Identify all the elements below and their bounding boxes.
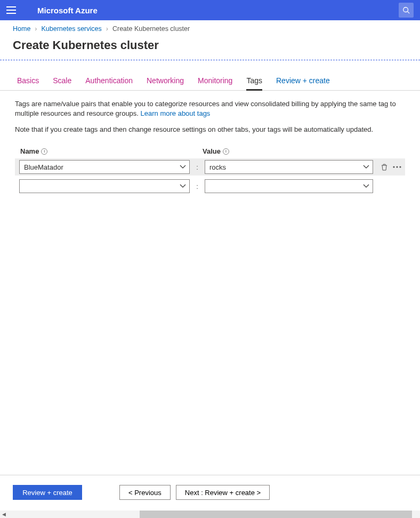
- brand-label: Microsoft Azure: [37, 6, 98, 15]
- info-icon[interactable]: i: [41, 148, 47, 155]
- table-row: BlueMatador : rocks: [15, 158, 405, 176]
- scroll-track[interactable]: [7, 511, 420, 518]
- tags-description: Tags are name/value pairs that enable yo…: [0, 91, 420, 119]
- delete-button[interactable]: [379, 162, 389, 172]
- menu-icon[interactable]: [6, 6, 16, 14]
- more-button[interactable]: [392, 162, 402, 172]
- horizontal-scrollbar[interactable]: ◀: [0, 511, 420, 518]
- tag-name-value: BlueMatador: [24, 163, 63, 171]
- tags-header-row: Name i Value i: [15, 147, 405, 155]
- chevron-right-icon: ›: [106, 25, 108, 33]
- topbar: Microsoft Azure: [0, 0, 420, 20]
- colon: :: [195, 163, 199, 171]
- review-create-button[interactable]: Review + create: [13, 485, 82, 500]
- breadcrumb-service[interactable]: Kubernetes services: [42, 25, 102, 33]
- breadcrumb: Home › Kubernetes services › Create Kube…: [0, 20, 420, 37]
- table-row: :: [15, 178, 405, 195]
- tabs: Basics Scale Authentication Networking M…: [0, 60, 420, 91]
- learn-more-link[interactable]: Learn more about tags: [141, 109, 211, 117]
- tag-value-text: rocks: [209, 163, 226, 171]
- tab-basics[interactable]: Basics: [17, 76, 39, 90]
- search-button[interactable]: [399, 3, 414, 18]
- chevron-right-icon: ›: [35, 25, 37, 33]
- svg-point-2: [393, 166, 394, 168]
- search-icon: [402, 6, 410, 14]
- breadcrumb-home[interactable]: Home: [13, 25, 30, 33]
- tag-value-input[interactable]: rocks: [205, 160, 373, 174]
- svg-line-1: [408, 12, 410, 14]
- trash-icon: [381, 163, 388, 171]
- tab-tags[interactable]: Tags: [246, 76, 262, 91]
- name-header: Name i: [15, 147, 191, 155]
- nav-buttons: < Previous Next : Review + create >: [119, 485, 270, 500]
- tag-name-input[interactable]: [19, 179, 190, 193]
- breadcrumb-current: Create Kubernetes cluster: [112, 25, 190, 33]
- tab-networking[interactable]: Networking: [147, 76, 184, 90]
- name-header-label: Name: [20, 147, 39, 155]
- tab-monitoring[interactable]: Monitoring: [198, 76, 232, 90]
- svg-point-4: [399, 166, 401, 168]
- value-header-label: Value: [203, 147, 221, 155]
- value-header: Value i: [191, 147, 229, 155]
- more-icon: [393, 166, 401, 168]
- tab-review-create[interactable]: Review + create: [276, 76, 330, 90]
- footer: Review + create < Previous Next : Review…: [0, 475, 420, 509]
- scroll-left-icon[interactable]: ◀: [0, 511, 7, 518]
- tab-authentication[interactable]: Authentication: [85, 76, 133, 90]
- tags-note: Note that if you create tags and then ch…: [0, 119, 420, 143]
- chevron-down-icon: [180, 183, 186, 189]
- row-actions: [379, 162, 402, 172]
- page-title: Create Kubernetes cluster: [0, 37, 420, 60]
- chevron-down-icon: [363, 183, 369, 189]
- tag-name-input[interactable]: BlueMatador: [19, 160, 190, 174]
- colon: :: [195, 182, 199, 190]
- svg-point-0: [403, 7, 408, 12]
- next-button[interactable]: Next : Review + create >: [176, 485, 270, 500]
- tab-scale[interactable]: Scale: [53, 76, 71, 90]
- tags-table: Name i Value i BlueMatador : rocks: [0, 143, 420, 199]
- previous-button[interactable]: < Previous: [119, 485, 171, 500]
- chevron-down-icon: [180, 164, 186, 170]
- tag-value-input[interactable]: [205, 179, 373, 193]
- chevron-down-icon: [363, 164, 369, 170]
- info-icon[interactable]: i: [223, 148, 229, 155]
- scroll-thumb[interactable]: [140, 511, 412, 518]
- svg-point-3: [396, 166, 398, 168]
